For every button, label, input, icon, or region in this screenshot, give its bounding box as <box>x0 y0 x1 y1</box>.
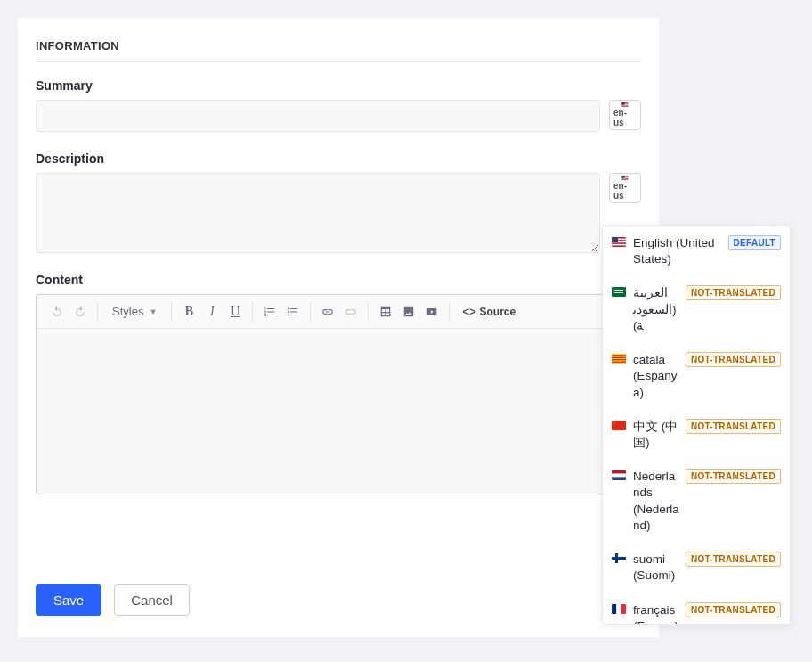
unlink-icon <box>345 306 357 318</box>
editor-content-area[interactable] <box>37 329 640 494</box>
language-name: français (France) <box>633 602 680 625</box>
italic-button[interactable]: I <box>200 300 223 323</box>
not-translated-badge: NOT-TRANSLATED <box>686 602 781 617</box>
language-popover[interactable]: English (United States)DEFAULTالعربية (ا… <box>602 225 791 625</box>
not-translated-badge: NOT-TRANSLATED <box>686 469 781 484</box>
not-translated-badge: NOT-TRANSLATED <box>686 419 781 434</box>
language-item-left: Nederlands (Nederland) <box>612 469 680 534</box>
language-item-left: English (United States) <box>612 235 723 267</box>
code-icon: <> <box>462 305 475 318</box>
summary-lang-code: en-us <box>613 108 637 127</box>
default-badge: DEFAULT <box>728 235 781 250</box>
rich-text-editor: Styles ▼ B I U <box>36 294 641 494</box>
italic-icon: I <box>210 305 215 319</box>
field-content: Content Styles ▼ <box>36 273 641 494</box>
description-label: Description <box>36 151 641 166</box>
redo-button[interactable] <box>69 300 92 323</box>
nl-flag-icon <box>612 470 626 480</box>
language-name: العربية (السعودية) <box>633 285 680 334</box>
not-translated-badge: NOT-TRANSLATED <box>686 285 781 300</box>
video-button[interactable] <box>420 300 443 323</box>
fr-flag-icon <box>612 604 626 614</box>
language-item-left: 中文 (中国) <box>612 419 680 451</box>
chevron-down-icon: ▼ <box>149 307 157 316</box>
undo-button[interactable] <box>45 300 69 323</box>
source-label: Source <box>480 306 516 318</box>
language-item[interactable]: Nederlands (Nederland)NOT-TRANSLATED <box>603 460 790 543</box>
description-lang-code: en-us <box>613 181 637 200</box>
editor-toolbar: Styles ▼ B I U <box>37 295 640 329</box>
language-name: 中文 (中国) <box>633 419 680 451</box>
not-translated-badge: NOT-TRANSLATED <box>686 352 781 367</box>
ca-flag-icon <box>612 354 626 364</box>
summary-input[interactable] <box>36 100 600 132</box>
description-input[interactable] <box>36 173 600 253</box>
language-item-left: suomi (Suomi) <box>612 552 680 584</box>
ordered-list-icon <box>264 306 276 318</box>
cn-flag-icon <box>612 421 626 430</box>
form-card: INFORMATION Summary en-us Description en… <box>18 18 659 637</box>
language-item[interactable]: English (United States)DEFAULT <box>603 226 790 276</box>
language-item[interactable]: français (France)NOT-TRANSLATED <box>603 593 790 625</box>
language-item[interactable]: suomi (Suomi)NOT-TRANSLATED <box>603 543 790 593</box>
underline-button[interactable]: U <box>223 300 247 323</box>
sa-flag-icon <box>612 287 626 297</box>
content-label: Content <box>36 273 641 287</box>
summary-label: Summary <box>36 78 641 93</box>
button-row: Save Cancel <box>36 584 190 616</box>
language-item[interactable]: català (Espanya)NOT-TRANSLATED <box>603 343 790 410</box>
language-name: Nederlands (Nederland) <box>633 469 680 534</box>
video-icon <box>426 306 438 318</box>
us-flag-icon <box>617 176 633 180</box>
undo-icon <box>51 306 63 318</box>
field-summary: Summary en-us <box>36 78 641 132</box>
language-name: English (United States) <box>633 235 723 267</box>
cancel-button[interactable]: Cancel <box>114 584 190 616</box>
source-button[interactable]: <> Source <box>455 305 523 318</box>
language-item-left: العربية (السعودية) <box>612 285 680 334</box>
fi-flag-icon <box>612 553 626 563</box>
bold-icon: B <box>185 305 193 319</box>
field-description: Description en-us <box>36 151 641 253</box>
language-name: català (Espanya) <box>633 352 680 401</box>
ordered-list-button[interactable] <box>258 300 281 323</box>
styles-dropdown[interactable]: Styles ▼ <box>103 305 166 318</box>
language-item[interactable]: 中文 (中国)NOT-TRANSLATED <box>603 410 790 460</box>
unlink-button[interactable] <box>339 300 362 323</box>
us-flag-icon <box>612 237 626 247</box>
description-language-button[interactable]: en-us <box>609 173 641 203</box>
image-icon <box>402 306 415 318</box>
table-icon <box>379 306 392 318</box>
us-flag-icon <box>617 102 633 107</box>
not-translated-badge: NOT-TRANSLATED <box>686 552 781 567</box>
language-item-left: català (Espanya) <box>612 352 680 401</box>
unordered-list-icon <box>287 306 299 318</box>
link-button[interactable] <box>316 300 339 323</box>
link-icon <box>321 306 334 318</box>
save-button[interactable]: Save <box>36 584 102 616</box>
summary-language-button[interactable]: en-us <box>609 100 641 130</box>
underline-icon: U <box>231 305 240 319</box>
section-title: INFORMATION <box>36 39 641 62</box>
language-item-left: français (France) <box>612 602 680 625</box>
redo-icon <box>74 306 86 318</box>
table-button[interactable] <box>374 300 397 323</box>
styles-label: Styles <box>112 305 143 318</box>
image-button[interactable] <box>397 300 420 323</box>
language-item[interactable]: العربية (السعودية)NOT-TRANSLATED <box>603 276 790 343</box>
language-name: suomi (Suomi) <box>633 552 680 584</box>
unordered-list-button[interactable] <box>281 300 304 323</box>
bold-button[interactable]: B <box>177 300 200 323</box>
